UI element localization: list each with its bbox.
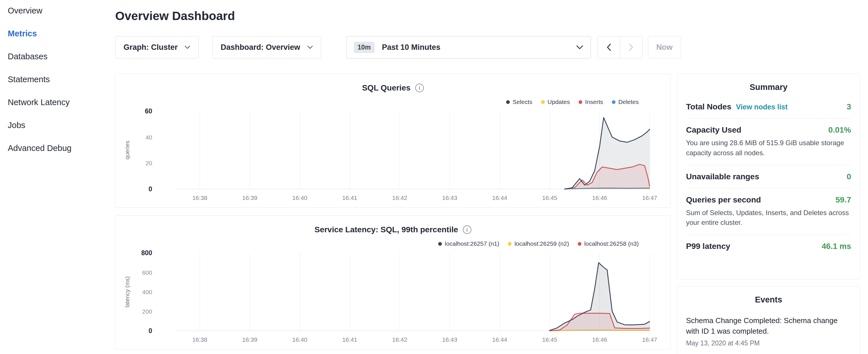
legend-item[interactable]: Updates [541,99,570,105]
summary-title: Summary [686,74,851,95]
x-tick-label: 16:45 [542,194,557,201]
graph-selector-dropdown[interactable]: Graph: Cluster [115,36,198,58]
legend-item[interactable]: localhost:26257 (n1) [438,240,499,247]
sidebar-item-network-latency[interactable]: Network Latency [0,91,115,114]
legend-item[interactable]: Selects [506,99,532,105]
y-tick-label: 800 [141,249,152,257]
y-axis-label: queries [124,141,130,160]
graph-selector-label: Graph: Cluster [124,43,178,52]
x-tick-label: 16:47 [642,336,657,343]
summary-description: Sum of Selects, Updates, Inserts, and De… [686,208,851,228]
now-button[interactable]: Now [648,36,681,58]
x-tick-label: 16:47 [642,194,657,201]
summary-label: P99 latency [686,242,730,251]
summary-value: 46.1 ms [822,242,851,251]
legend-label: localhost:26258 (n3) [584,240,639,247]
summary-label: Total Nodes [686,102,731,111]
chevron-right-icon [629,43,633,51]
time-prev-button[interactable] [597,36,620,58]
sidebar-item-advanced-debug[interactable]: Advanced Debug [0,137,115,160]
events-title: Events [686,286,851,308]
time-next-button[interactable] [620,36,643,58]
legend-item[interactable]: Inserts [579,99,603,105]
legend-dot [612,100,616,104]
y-tick-label: 0 [149,185,152,193]
info-icon[interactable]: i [463,225,471,234]
legend-dot [541,100,545,104]
summary-label: Capacity Used [686,125,741,135]
sidebar-item-jobs[interactable]: Jobs [0,114,115,137]
view-nodes-list-link[interactable]: View nodes list [736,103,787,111]
page-title: Overview Dashboard [115,9,235,23]
chevron-left-icon [607,43,611,51]
db-console-page: OverviewMetricsDatabasesStatementsNetwor… [0,0,868,354]
legend-item[interactable]: localhost:26259 (n2) [508,240,569,247]
x-tick-label: 16:38 [192,194,208,201]
x-tick-label: 16:41 [342,336,358,343]
summary-row-queries-per-second: Queries per second59.7Sum of Selects, Up… [686,188,851,235]
time-range-badge: 10m [354,42,375,53]
charts-column: SQL Queries i SelectsUpdatesInsertsDelet… [115,74,671,354]
summary-value: 0.01% [829,125,851,135]
event-item[interactable]: Schema Change Completed: Schema change w… [686,315,851,347]
x-tick-label: 16:39 [242,194,257,201]
y-tick-label: 0 [149,327,152,334]
chart-header: Service Latency: SQL, 99th percentile i [116,225,670,234]
info-icon[interactable]: i [415,84,424,92]
summary-description: You are using 28.6 MiB of 515.9 GiB usab… [686,138,851,158]
sidebar-item-metrics[interactable]: Metrics [0,22,115,45]
legend-dot [438,242,442,246]
x-tick-label: 16:46 [592,336,607,343]
time-range-label: Past 10 Minutes [382,43,440,52]
x-tick-label: 16:42 [392,336,407,343]
chevron-down-icon [576,45,583,49]
y-axis-label: latency (ms) [124,277,130,308]
summary-row-unavailable-ranges: Unavailable ranges0 [686,165,851,188]
x-tick-label: 16:42 [392,194,407,201]
dashboard-selector-dropdown[interactable]: Dashboard: Overview [212,36,321,58]
legend-label: localhost:26259 (n2) [515,240,569,247]
x-tick-label: 16:44 [492,194,507,201]
chart-panel-service-latency: Service Latency: SQL, 99th percentile i … [115,215,671,349]
legend-item[interactable]: localhost:26258 (n3) [578,240,639,247]
summary-panel: Summary Total NodesView nodes list3Capac… [677,74,860,280]
summary-rows: Total NodesView nodes list3Capacity Used… [686,95,851,258]
sidebar-nav: OverviewMetricsDatabasesStatementsNetwor… [0,0,115,160]
chart-panel-sql-queries: SQL Queries i SelectsUpdatesInsertsDelet… [115,74,671,207]
legend-label: Selects [513,99,532,105]
legend-item[interactable]: Deletes [612,99,639,105]
summary-value: 0 [846,172,851,181]
x-tick-label: 16:45 [542,336,557,343]
controls-bar: Graph: Cluster Dashboard: Overview 10m P… [115,36,681,58]
chart-canvas: 16:3816:3916:4016:4116:4216:4316:4416:45… [116,216,670,349]
legend-label: Updates [548,99,570,105]
y-tick-label: 600 [142,269,152,276]
legend-dot [579,100,582,104]
summary-value: 59.7 [836,195,851,204]
legend-dot [578,242,582,246]
summary-row-capacity-used: Capacity Used0.01%You are using 28.6 MiB… [686,118,851,165]
summary-value: 3 [846,102,851,111]
legend-label: Inserts [585,99,603,105]
x-tick-label: 16:40 [292,194,308,201]
y-tick-label: 200 [142,308,152,315]
sidebar-item-databases[interactable]: Databases [0,45,115,68]
sidebar-item-statements[interactable]: Statements [0,68,115,91]
legend-label: localhost:26257 (n1) [445,240,499,247]
series-area [550,263,650,331]
x-tick-label: 16:41 [342,194,358,201]
time-range-picker[interactable]: 10m Past 10 Minutes [346,36,591,58]
summary-row-p99-latency: P99 latency46.1 ms [686,234,851,258]
y-tick-label: 20 [146,160,152,166]
event-text: Schema Change Completed: Schema change w… [686,315,851,336]
legend-dot [506,100,510,104]
x-tick-label: 16:39 [242,336,257,343]
x-tick-label: 16:43 [442,194,457,201]
sidebar-item-overview[interactable]: Overview [0,0,115,22]
legend-label: Deletes [618,99,639,105]
chart-title: SQL Queries [362,83,410,93]
x-tick-label: 16:43 [442,336,457,343]
chart-title: Service Latency: SQL, 99th percentile [314,225,458,234]
y-tick-label: 60 [145,107,152,115]
series-area [565,118,650,189]
